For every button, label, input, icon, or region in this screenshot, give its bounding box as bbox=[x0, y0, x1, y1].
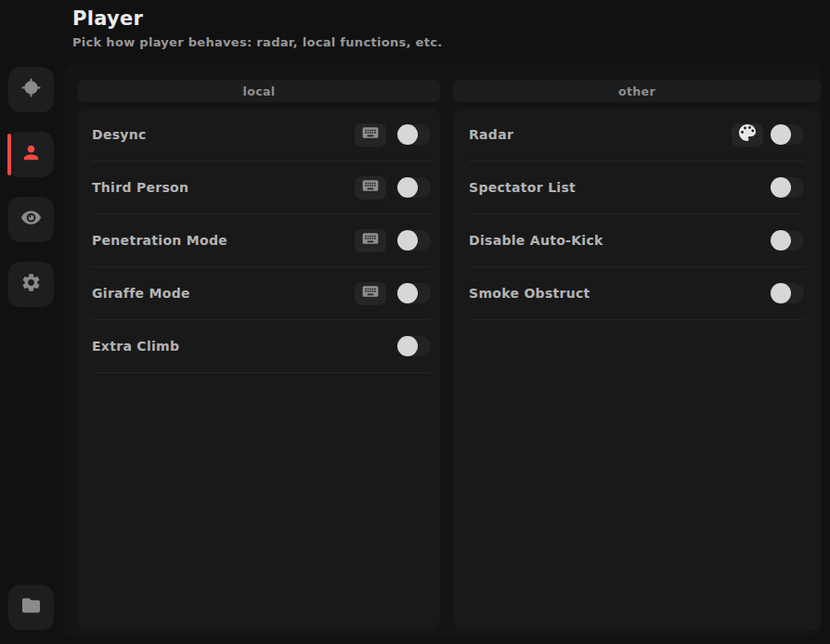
toggle-knob bbox=[397, 124, 418, 145]
setting-row-smoke-obstruct[interactable]: Smoke Obstruct bbox=[469, 267, 804, 320]
toggle-switch[interactable] bbox=[397, 336, 431, 356]
sidebar-item-visuals[interactable] bbox=[8, 197, 54, 242]
hotkey-button[interactable] bbox=[355, 282, 386, 305]
setting-label: Spectator List bbox=[469, 180, 771, 195]
toggle-switch[interactable] bbox=[397, 283, 431, 303]
toggle-knob bbox=[771, 124, 791, 145]
toggle-switch[interactable] bbox=[771, 124, 804, 145]
setting-label: Smoke Obstruct bbox=[469, 286, 771, 301]
sidebar-item-settings[interactable] bbox=[8, 262, 54, 307]
crosshair-icon bbox=[20, 77, 42, 102]
keyboard-icon bbox=[361, 123, 380, 146]
keyboard-icon bbox=[361, 176, 380, 199]
toggle-knob bbox=[397, 230, 418, 251]
sidebar bbox=[0, 0, 63, 644]
folder-icon bbox=[20, 595, 42, 620]
setting-row-spectator-list[interactable]: Spectator List bbox=[469, 161, 804, 214]
person-icon bbox=[20, 142, 42, 167]
palette-icon bbox=[736, 122, 759, 148]
toggle-knob bbox=[771, 230, 791, 251]
toggle-knob bbox=[771, 283, 791, 303]
panel-local: Desync Third Person Penetration Mode Gir… bbox=[78, 109, 440, 631]
toggle-knob bbox=[397, 177, 418, 198]
active-tab-indicator bbox=[7, 134, 11, 175]
sidebar-item-configs[interactable] bbox=[8, 585, 54, 630]
toggle-switch[interactable] bbox=[397, 230, 431, 251]
gear-icon bbox=[20, 272, 42, 297]
toggle-switch[interactable] bbox=[397, 124, 431, 145]
group-title: local bbox=[242, 84, 275, 98]
setting-label: Third Person bbox=[92, 180, 355, 195]
keyboard-icon bbox=[361, 282, 380, 304]
setting-row-desync[interactable]: Desync bbox=[92, 109, 431, 161]
eye-icon bbox=[20, 207, 42, 232]
setting-label: Giraffe Mode bbox=[92, 286, 355, 301]
setting-row-extra-climb[interactable]: Extra Climb bbox=[92, 320, 431, 373]
sidebar-item-crosshair[interactable] bbox=[8, 67, 54, 112]
toggle-knob bbox=[771, 177, 791, 198]
setting-label: Desync bbox=[92, 127, 355, 142]
setting-row-third-person[interactable]: Third Person bbox=[92, 161, 431, 214]
setting-label: Extra Climb bbox=[92, 339, 397, 354]
setting-label: Penetration Mode bbox=[92, 233, 355, 248]
hotkey-button[interactable] bbox=[355, 123, 386, 147]
setting-row-penetration-mode[interactable]: Penetration Mode bbox=[92, 214, 431, 267]
page-subtitle: Pick how player behaves: radar, local fu… bbox=[72, 35, 442, 49]
toggle-knob bbox=[397, 283, 418, 303]
group-header-local: local bbox=[78, 80, 440, 102]
hotkey-button[interactable] bbox=[355, 176, 386, 200]
toggle-switch[interactable] bbox=[771, 283, 804, 303]
panel-other: Radar Spectator List Disable Auto-Kick S… bbox=[453, 109, 821, 631]
page-title: Player bbox=[72, 7, 143, 30]
color-picker-button[interactable] bbox=[732, 123, 763, 147]
setting-label: Radar bbox=[469, 127, 732, 142]
toggle-switch[interactable] bbox=[397, 177, 431, 198]
setting-row-radar[interactable]: Radar bbox=[469, 109, 804, 161]
setting-row-giraffe-mode[interactable]: Giraffe Mode bbox=[92, 267, 431, 320]
toggle-switch[interactable] bbox=[771, 177, 804, 198]
keyboard-icon bbox=[361, 229, 380, 251]
toggle-knob bbox=[397, 336, 418, 356]
group-title: other bbox=[618, 84, 655, 98]
toggle-switch[interactable] bbox=[771, 230, 804, 251]
group-header-other: other bbox=[453, 80, 821, 102]
setting-row-disable-auto-kick[interactable]: Disable Auto-Kick bbox=[469, 214, 804, 267]
setting-label: Disable Auto-Kick bbox=[469, 233, 771, 248]
sidebar-item-player[interactable] bbox=[8, 132, 54, 177]
hotkey-button[interactable] bbox=[355, 229, 386, 252]
